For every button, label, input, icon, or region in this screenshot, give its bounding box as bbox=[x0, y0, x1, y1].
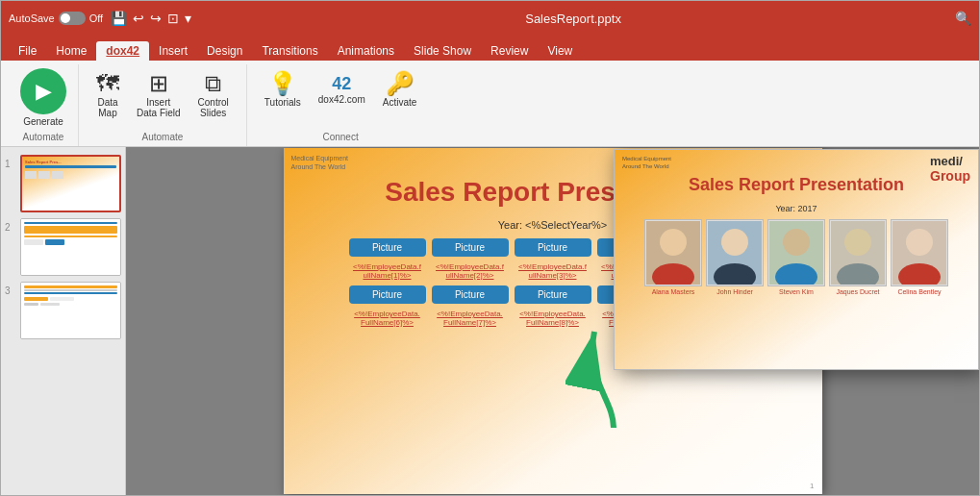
dox42-button[interactable]: 42 dox42.com bbox=[313, 71, 371, 109]
brand-line1: Medical Equipment bbox=[291, 154, 349, 162]
slide-thumb-1[interactable]: 1 Sales Report Pres... bbox=[5, 155, 121, 212]
popup-brand-line1: Medical Equipment bbox=[622, 156, 671, 163]
automate-buttons: 🗺 DataMap ⊞ InsertData Field ⧉ ControlSl… bbox=[90, 68, 235, 122]
ribbon-group-automate: 🗺 DataMap ⊞ InsertData Field ⧉ ControlSl… bbox=[79, 64, 247, 146]
logo-slash: / bbox=[959, 154, 963, 168]
autosave-label: AutoSave bbox=[9, 12, 55, 24]
tutorials-icon: 💡 bbox=[268, 72, 297, 95]
autosave-group: AutoSave Off bbox=[9, 12, 103, 25]
mini-rect-2 bbox=[24, 226, 117, 234]
toolbar-icons: 💾 ↩ ↪ ⊡ ▾ bbox=[111, 11, 191, 26]
autosave-toggle[interactable] bbox=[59, 12, 86, 25]
connect-group-label: Connect bbox=[322, 132, 358, 142]
popup-title: Sales Report Presentation bbox=[615, 175, 978, 195]
mini-bar-1 bbox=[25, 165, 116, 168]
picture-btn-2: Picture bbox=[432, 238, 509, 257]
popup-brand: Medical Equipment Around The World bbox=[622, 156, 671, 171]
activate-button[interactable]: 🔑 Activate bbox=[377, 68, 423, 112]
slide-image-3[interactable] bbox=[20, 282, 121, 339]
slide-brand: Medical Equipment Around The World bbox=[291, 154, 349, 171]
dropdown-icon[interactable]: ▾ bbox=[185, 11, 191, 26]
slide-image-2[interactable] bbox=[20, 218, 121, 276]
tab-dox42[interactable]: dox42 bbox=[96, 41, 149, 61]
svg-point-8 bbox=[783, 229, 810, 256]
automate-label: Automate bbox=[23, 132, 64, 142]
photo-box-2 bbox=[706, 219, 764, 286]
picture-btn-8: Picture bbox=[515, 285, 591, 304]
slide-panel: 1 Sales Report Pres... 2 bbox=[1, 147, 126, 495]
green-arrow bbox=[565, 322, 623, 437]
undo-icon[interactable]: ↩ bbox=[133, 11, 144, 26]
slide-image-1[interactable]: Sales Report Pres... bbox=[20, 155, 121, 212]
svg-point-5 bbox=[721, 229, 748, 256]
redo-icon[interactable]: ↪ bbox=[150, 11, 162, 26]
control-slides-icon: ⧉ bbox=[205, 72, 221, 95]
tab-slideshow[interactable]: Slide Show bbox=[404, 41, 481, 61]
photo-box-5 bbox=[891, 219, 948, 286]
popup-photos: Alana Masters John Hinder bbox=[624, 219, 968, 295]
photo-name-5: Celina Bentley bbox=[897, 288, 941, 295]
tab-animations[interactable]: Animations bbox=[328, 41, 404, 61]
popup-year: Year: 2017 bbox=[615, 204, 978, 213]
insert-data-icon: ⊞ bbox=[149, 72, 168, 95]
photo-box-3 bbox=[767, 219, 825, 286]
svg-point-2 bbox=[660, 229, 687, 256]
emp-label-3: <%!EmployeeData.fullName[3]%> bbox=[515, 262, 591, 280]
mini-slide-3-content bbox=[21, 283, 120, 338]
slide-num-1: 1 bbox=[5, 159, 16, 169]
automate-group-label: Automate bbox=[142, 132, 184, 142]
photo-name-1: Alana Masters bbox=[652, 288, 695, 295]
picture-btn-3: Picture bbox=[515, 238, 591, 257]
tab-design[interactable]: Design bbox=[197, 41, 252, 61]
emp-label-2: <%!EmployeeData.fullName[2]%> bbox=[432, 262, 509, 280]
popup-photo-3: Steven Kim bbox=[767, 219, 825, 295]
svg-point-11 bbox=[844, 229, 871, 256]
generate-button[interactable]: ▶ bbox=[20, 68, 66, 114]
slide-thumb-3[interactable]: 3 bbox=[5, 282, 121, 339]
emp-label-7: <%!EmployeeData.FullName[7]%> bbox=[432, 310, 509, 327]
brand-line2: Around The World bbox=[291, 162, 349, 171]
tutorials-label: Tutorials bbox=[264, 97, 301, 108]
tab-transitions[interactable]: Transitions bbox=[252, 41, 327, 61]
window-title: SalesReport.pptx bbox=[199, 12, 947, 26]
powerpoint-window: AutoSave Off 💾 ↩ ↪ ⊡ ▾ SalesReport.pptx … bbox=[0, 0, 980, 496]
control-slides-button[interactable]: ⧉ ControlSlides bbox=[192, 68, 235, 122]
tab-review[interactable]: Review bbox=[481, 41, 538, 61]
emp-label-1: <%!EmployeeData.fullName[1]%> bbox=[349, 262, 426, 280]
customize-icon[interactable]: ⊡ bbox=[167, 11, 179, 26]
mini-line-3b bbox=[24, 289, 117, 291]
picture-btn-1: Picture bbox=[349, 238, 426, 257]
tab-file[interactable]: File bbox=[9, 41, 46, 61]
dox42-label: dox42.com bbox=[318, 94, 365, 105]
save-icon[interactable]: 💾 bbox=[111, 11, 127, 26]
popup-photo-2: John Hinder bbox=[706, 219, 764, 295]
search-icon[interactable]: 🔍 bbox=[955, 11, 971, 26]
slide-num-3: 3 bbox=[5, 285, 16, 296]
tab-home[interactable]: Home bbox=[46, 41, 96, 61]
tutorials-button[interactable]: 💡 Tutorials bbox=[259, 68, 307, 112]
mini-line-2b bbox=[24, 236, 117, 237]
data-map-label: DataMap bbox=[97, 97, 117, 118]
ribbon: ▶ Generate Automate 🗺 DataMap ⊞ InsertDa… bbox=[1, 61, 979, 147]
toggle-state: Off bbox=[89, 12, 103, 24]
svg-point-14 bbox=[906, 229, 933, 256]
popup-photo-5: Celina Bentley bbox=[891, 219, 948, 295]
toggle-knob bbox=[61, 13, 70, 23]
ribbon-group-connect: 💡 Tutorials 42 dox42.com 🔑 Activate Conn… bbox=[247, 64, 434, 146]
data-map-button[interactable]: 🗺 DataMap bbox=[90, 68, 125, 122]
title-bar: AutoSave Off 💾 ↩ ↪ ⊡ ▾ SalesReport.pptx … bbox=[1, 1, 979, 36]
tab-insert[interactable]: Insert bbox=[149, 41, 197, 61]
insert-data-field-button[interactable]: ⊞ InsertData Field bbox=[131, 68, 187, 122]
popup-slide: Medical Equipment Around The World medi/… bbox=[614, 149, 979, 370]
filename: SalesReport.pptx bbox=[525, 12, 621, 26]
mini-slide-1-content: Sales Report Pres... bbox=[22, 157, 119, 211]
picture-btn-6: Picture bbox=[349, 285, 426, 304]
ribbon-tab-bar: File Home dox42 Insert Design Transition… bbox=[1, 36, 979, 61]
generate-label: Generate bbox=[23, 116, 63, 127]
emp-label-6: <%!EmployeeData.FullName[6]%> bbox=[349, 310, 426, 327]
tab-view[interactable]: View bbox=[538, 41, 582, 61]
popup-brand-line2: Around The World bbox=[622, 163, 671, 171]
mini-slide-2-content bbox=[21, 219, 120, 275]
slide-thumb-2[interactable]: 2 bbox=[5, 218, 121, 276]
slide-page-num: 1 bbox=[810, 482, 814, 490]
